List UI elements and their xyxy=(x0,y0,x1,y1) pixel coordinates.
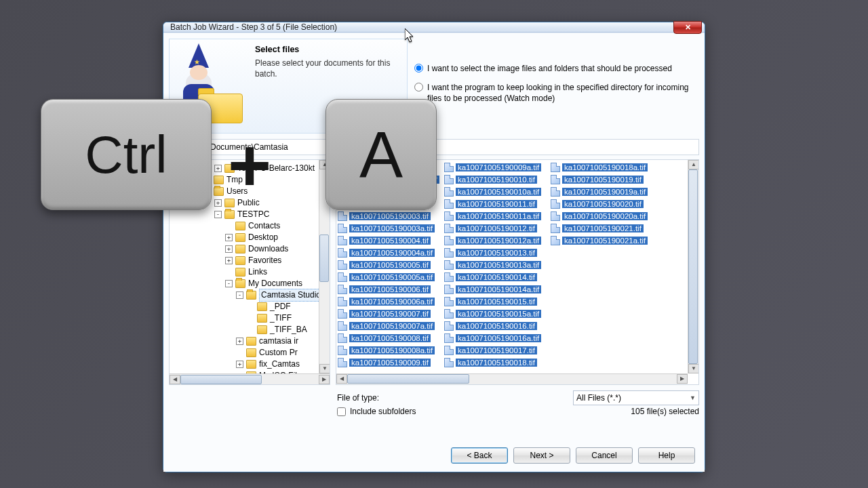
file-name: ka10071005190010a.tif xyxy=(456,188,541,196)
scroll-down-icon[interactable]: ▼ xyxy=(688,364,699,373)
file-item[interactable]: ka10071005190008.tif xyxy=(338,332,443,344)
image-file-icon xyxy=(444,260,454,270)
file-item[interactable]: ka10071005190003.tif xyxy=(338,210,443,222)
collapse-icon[interactable]: - xyxy=(225,280,233,287)
file-item[interactable]: ka10071005190015a.tif xyxy=(444,308,549,320)
file-item[interactable]: ka10071005190012a.tif xyxy=(444,235,549,247)
filelist-vscrollbar[interactable]: ▲ ▼ xyxy=(688,160,698,373)
file-item[interactable]: ka10071005190016a.tif xyxy=(444,332,549,344)
scroll-right-icon[interactable]: ▶ xyxy=(677,374,688,384)
expand-icon[interactable]: + xyxy=(236,361,243,368)
tree-node[interactable]: _TIFF_BA xyxy=(171,324,328,336)
scroll-left-icon[interactable]: ◀ xyxy=(336,374,347,384)
expand-icon[interactable]: + xyxy=(214,165,222,172)
tree-node[interactable]: _TIFF xyxy=(171,312,328,324)
file-item[interactable]: ka10071005190017.tif xyxy=(444,344,549,357)
titlebar[interactable]: Batch Job Wizard - Step 3 of 5 (File Sel… xyxy=(163,22,705,33)
file-name: ka10071005190013a.tif xyxy=(456,261,541,269)
close-button[interactable]: ✕ xyxy=(673,21,702,34)
tree-hscrollbar[interactable]: ◀ ▶ xyxy=(170,373,330,384)
file-item[interactable]: ka10071005190021.tif xyxy=(551,222,656,235)
mode-radio-2[interactable] xyxy=(414,83,423,92)
tree-node[interactable]: -My Documents xyxy=(171,278,328,289)
mode-watch[interactable]: I want the program to keep looking in th… xyxy=(414,82,699,104)
back-button[interactable]: < Back xyxy=(451,447,508,464)
file-item[interactable]: ka10071005190016.tif xyxy=(444,320,549,332)
scroll-right-icon[interactable]: ▶ xyxy=(319,375,330,384)
tree-label: TESTPC xyxy=(237,209,269,220)
filelist-vthumb[interactable] xyxy=(688,169,698,364)
cancel-button[interactable]: Cancel xyxy=(576,447,633,464)
tree-node[interactable]: Custom Pr xyxy=(171,347,328,359)
scroll-down-icon[interactable]: ▼ xyxy=(319,364,330,373)
file-item[interactable]: ka10071005190020a.tif xyxy=(551,210,656,222)
image-file-icon xyxy=(338,211,347,221)
tree-node[interactable]: +Favorites xyxy=(171,255,328,266)
tree-node[interactable]: _PDF xyxy=(171,301,328,312)
file-item[interactable]: ka10071005190005a.tif xyxy=(338,271,443,283)
file-item[interactable]: ka10071005190006a.tif xyxy=(338,296,443,308)
filelist-hthumb[interactable] xyxy=(347,374,469,384)
file-item[interactable]: ka10071005190008a.tif xyxy=(338,344,443,357)
file-item[interactable]: ka10071005190014a.tif xyxy=(444,283,549,296)
filetype-combo[interactable]: All Files (*.*) ▼ xyxy=(573,390,699,405)
collapse-icon[interactable]: - xyxy=(236,291,243,299)
file-item[interactable]: ka10071005190018.tif xyxy=(444,357,549,369)
file-item[interactable]: ka10071005190004.tif xyxy=(338,235,443,247)
expand-icon[interactable]: + xyxy=(214,199,222,207)
file-item[interactable]: ka10071005190009.tif xyxy=(338,357,443,369)
filelist-hscrollbar[interactable]: ◀ ▶ xyxy=(336,373,688,384)
tree-node[interactable]: +Desktop xyxy=(171,232,328,243)
tree-vthumb[interactable] xyxy=(319,235,329,282)
file-item[interactable]: ka10071005190014.tif xyxy=(444,271,549,283)
file-item[interactable]: ka10071005190015.tif xyxy=(444,296,549,308)
tree-node[interactable]: +fix_Camtas xyxy=(171,359,328,370)
file-item[interactable]: ka10071005190007a.tif xyxy=(338,320,443,332)
tree-label: My Documents xyxy=(248,278,302,289)
tree-node[interactable]: -TESTPC xyxy=(171,209,328,220)
help-button[interactable]: Help xyxy=(638,447,695,464)
file-item[interactable]: ka10071005190010.tif xyxy=(444,174,549,186)
tree-node[interactable]: +Downloads xyxy=(171,243,328,255)
file-item[interactable]: ka10071005190013.tif xyxy=(444,247,549,259)
file-item[interactable]: ka10071005190007.tif xyxy=(338,308,443,320)
image-file-icon xyxy=(338,272,347,282)
mode-radio-1[interactable] xyxy=(414,64,423,73)
file-item[interactable]: ka10071005190009a.tif xyxy=(444,161,549,174)
expand-icon[interactable]: + xyxy=(236,338,243,345)
file-item[interactable]: ka10071005190019a.tif xyxy=(551,186,656,198)
expand-icon[interactable]: + xyxy=(225,257,233,264)
file-item[interactable]: ka10071005190018a.tif xyxy=(551,161,656,174)
mode-select-files[interactable]: I want to select the image files and fol… xyxy=(414,63,699,74)
wizard-buttons: < Back Next > Cancel Help xyxy=(169,441,699,466)
file-item[interactable]: ka10071005190011.tif xyxy=(444,198,549,210)
image-file-icon xyxy=(444,297,454,306)
image-file-icon xyxy=(444,163,454,172)
file-item[interactable]: ka10071005190003a.tif xyxy=(338,222,443,235)
scroll-up-icon[interactable]: ▲ xyxy=(688,160,699,169)
expand-icon[interactable]: + xyxy=(225,234,233,241)
file-item[interactable]: ka10071005190010a.tif xyxy=(444,186,549,198)
tree-node[interactable]: +camtasia ir xyxy=(171,336,328,347)
file-item[interactable]: ka10071005190013a.tif xyxy=(444,259,549,271)
expand-icon[interactable]: + xyxy=(225,245,233,253)
file-item[interactable]: ka10071005190012.tif xyxy=(444,222,549,235)
include-subfolders-checkbox[interactable] xyxy=(337,407,346,416)
file-item[interactable]: ka10071005190005.tif xyxy=(338,259,443,271)
tree-hthumb[interactable] xyxy=(180,375,262,384)
file-item[interactable]: ka10071005190019.tif xyxy=(551,174,656,186)
file-item[interactable]: ka10071005190020.tif xyxy=(551,198,656,210)
collapse-icon[interactable]: - xyxy=(214,211,222,218)
next-button[interactable]: Next > xyxy=(513,447,570,464)
tree-node[interactable]: Links xyxy=(171,266,328,278)
tree-node[interactable]: Contacts xyxy=(171,220,328,232)
chevron-down-icon: ▼ xyxy=(690,394,696,401)
scroll-left-icon[interactable]: ◀ xyxy=(170,375,180,384)
image-file-icon xyxy=(338,297,347,306)
file-item[interactable]: ka10071005190006.tif xyxy=(338,283,443,296)
file-item[interactable]: ka10071005190011a.tif xyxy=(444,210,549,222)
file-item[interactable]: ka10071005190021a.tif xyxy=(551,235,656,247)
file-item[interactable]: ka10071005190004a.tif xyxy=(338,247,443,259)
tree-node[interactable]: -Camtasia Studio xyxy=(171,289,328,301)
file-name: ka10071005190016a.tif xyxy=(456,334,541,342)
